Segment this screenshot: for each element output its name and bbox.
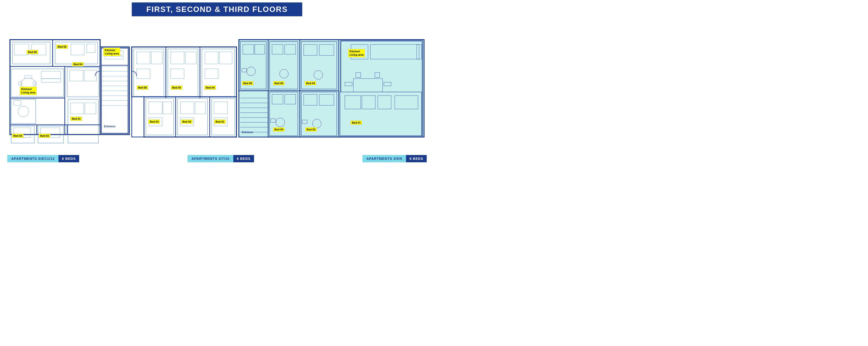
legend-apt-3-6-9: APARTMENTS 3/6/9 6 BEDS (363, 155, 427, 162)
bed01-label-right: Bed 01 (350, 120, 362, 125)
kitchen-label-stairwell: Kitchen/Living area (103, 48, 120, 56)
bed05-label-left: Bed 05 (56, 44, 68, 49)
legend-apt-4-7-10: APARTMENTS 4/7/10 6 BEDS (188, 155, 254, 162)
bed03-label-left: Bed 03 (12, 134, 24, 138)
bed01-label-left: Bed 01 (70, 116, 82, 121)
bed04-label-mid: Bed 04 (204, 85, 216, 90)
svg-rect-111 (239, 91, 268, 137)
bed03-label-mid: Bed 03 (148, 119, 160, 124)
apt-5-8-11-12-beds: 6 BEDS (58, 155, 79, 162)
title-row: FIRST, SECOND & THIRD FLOORS (5, 2, 429, 20)
bed02-label-left: Bed 02 (39, 134, 51, 138)
bed04-label-left: Bed 04 (72, 62, 84, 66)
svg-rect-79 (132, 97, 144, 137)
apt-4-7-10-label: APARTMENTS 4/7/10 (188, 155, 233, 162)
svg-rect-51 (144, 97, 237, 137)
bed06-label-left: Bed 06 (27, 50, 38, 54)
bed02-label-right: Bed 02 (305, 127, 317, 132)
legend-apt-5-8-11-12: APARTMENTS 5/8/11/12 6 BEDS (7, 155, 79, 162)
bed01-label-mid: Bed 01 (214, 119, 226, 124)
bed03-label-right: Bed 03 (273, 127, 285, 132)
floorplan-svg (5, 23, 429, 147)
svg-rect-130 (340, 92, 422, 136)
bed02-label-mid: Bed 02 (181, 119, 193, 124)
kitchen-label-right: Kitchen/Living area (348, 49, 365, 58)
apt-4-7-10-beds: 6 BEDS (233, 155, 254, 162)
page: FIRST, SECOND & THIRD FLOORS (0, 0, 434, 167)
bed06-label-right: Bed 06 (242, 81, 253, 85)
page-title: FIRST, SECOND & THIRD FLOORS (132, 2, 302, 16)
floorplan: Bed 06 Bed 05 Bed 04 Kitchen/Living area… (5, 23, 429, 151)
entrance-label-right: Entrance (242, 131, 253, 134)
bed06-label-mid: Bed 06 (136, 85, 148, 90)
bed05-label-mid: Bed 05 (171, 85, 182, 90)
apt-3-6-9-label: APARTMENTS 3/6/9 (363, 155, 406, 162)
bed04-label-right: Bed 04 (305, 81, 316, 85)
bed05-label-right: Bed 05 (273, 81, 285, 85)
kitchen-label-left: Kitchen/Living area (20, 86, 37, 95)
apt-3-6-9-beds: 6 BEDS (406, 155, 427, 162)
legend-row: APARTMENTS 5/8/11/12 6 BEDS APARTMENTS 4… (5, 155, 429, 162)
apt-5-8-11-12-label: APARTMENTS 5/8/11/12 (7, 155, 58, 162)
entrance-label-left: Entrance (104, 125, 116, 128)
